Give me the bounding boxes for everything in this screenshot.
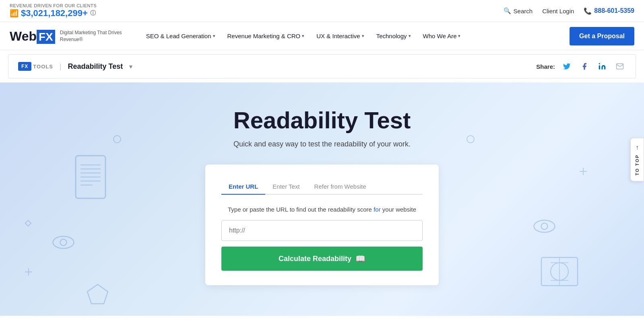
share-label: Share: bbox=[536, 63, 555, 70]
search-link[interactable]: 🔍 Search bbox=[504, 7, 533, 14]
chevron-down-icon: ▾ bbox=[302, 33, 304, 39]
search-icon: 🔍 bbox=[504, 7, 511, 14]
nav-item-who-label: Who We Are bbox=[423, 33, 457, 39]
to-top-button[interactable]: ↑ TO TOP bbox=[630, 138, 644, 181]
twitter-share-button[interactable] bbox=[561, 60, 573, 72]
hero-title: Readability Test bbox=[233, 107, 411, 134]
revenue-label: REVENUE DRIVEN FOR OUR CLIENTS bbox=[10, 3, 97, 8]
svg-point-16 bbox=[541, 223, 548, 230]
tab-refer-website[interactable]: Refer from Website bbox=[307, 179, 374, 194]
chevron-down-icon: ▾ bbox=[458, 33, 460, 39]
bar-chart-icon: 📶 bbox=[10, 9, 19, 18]
nav-item-seo-label: SEO & Lead Generation bbox=[146, 33, 211, 39]
plus-left-bg-icon bbox=[24, 268, 33, 278]
revenue-value: $3,021,182,299+ bbox=[21, 8, 88, 19]
tools-chevron-icon[interactable]: ▾ bbox=[129, 63, 132, 70]
tool-card: Enter URL Enter Text Refer from Website … bbox=[205, 165, 439, 285]
tab-row: Enter URL Enter Text Refer from Website bbox=[221, 179, 423, 195]
card-description: Type or paste the URL to find out the re… bbox=[221, 206, 423, 213]
readability-test-title: Readability Test bbox=[68, 62, 123, 71]
svg-point-0 bbox=[599, 63, 600, 64]
top-bar-right: 🔍 Search Client Login 📞 888-601-5359 bbox=[504, 7, 634, 15]
nav-item-ux[interactable]: UX & Interactive ▾ bbox=[311, 29, 369, 43]
plus-right-bg-icon bbox=[579, 167, 588, 177]
logo-area: WebFX Digital Marketing That Drives Reve… bbox=[10, 29, 124, 43]
url-input[interactable] bbox=[221, 220, 423, 241]
tab-enter-text[interactable]: Enter Text bbox=[265, 179, 307, 194]
revenue-section: REVENUE DRIVEN FOR OUR CLIENTS 📶 $3,021,… bbox=[10, 3, 97, 19]
svg-point-8 bbox=[53, 237, 74, 249]
chevron-down-icon: ▾ bbox=[362, 33, 364, 39]
svg-rect-12 bbox=[25, 220, 31, 226]
phone-icon: 📞 bbox=[584, 7, 592, 15]
top-bar: REVENUE DRIVEN FOR OUR CLIENTS 📶 $3,021,… bbox=[0, 0, 644, 22]
tools-label: TOOLS bbox=[33, 64, 53, 70]
diamond-bg-icon bbox=[24, 219, 32, 229]
chevron-down-icon: ▾ bbox=[409, 33, 411, 39]
arrow-up-icon: ↑ bbox=[636, 144, 639, 151]
search-label: Search bbox=[514, 8, 533, 14]
nav-item-tech-label: Technology bbox=[376, 33, 407, 39]
circle-top-left-bg-icon bbox=[113, 135, 122, 145]
nav-bar: WebFX Digital Marketing That Drives Reve… bbox=[0, 22, 644, 50]
logo-tagline: Digital Marketing That Drives Revenue® bbox=[60, 29, 124, 43]
hero-section: Readability Test Quick and easy way to t… bbox=[0, 82, 644, 316]
email-share-button[interactable] bbox=[614, 60, 626, 72]
circle-right-bg-icon bbox=[466, 135, 475, 145]
logo-web: Web bbox=[10, 29, 37, 43]
nav-item-tech[interactable]: Technology ▾ bbox=[371, 29, 417, 43]
revenue-amount-row: 📶 $3,021,182,299+ ⓘ bbox=[10, 8, 97, 19]
svg-point-15 bbox=[534, 220, 555, 233]
calculate-readability-button[interactable]: Calculate Readability 📖 bbox=[221, 247, 423, 271]
nav-item-revenue-label: Revenue Marketing & CRO bbox=[227, 33, 301, 39]
svg-point-11 bbox=[114, 136, 121, 143]
fx-badge: FX bbox=[18, 62, 31, 71]
get-proposal-button[interactable]: Get a Proposal bbox=[570, 27, 634, 45]
hero-subtitle: Quick and easy way to test the readabili… bbox=[233, 140, 411, 148]
nav-item-revenue[interactable]: Revenue Marketing & CRO ▾ bbox=[222, 29, 310, 43]
svg-point-9 bbox=[60, 239, 67, 246]
phone-link[interactable]: 📞 888-601-5359 bbox=[584, 7, 634, 15]
pentagon-bg-icon bbox=[87, 284, 109, 306]
eye-right-bg-icon bbox=[533, 219, 555, 235]
calc-button-label: Calculate Readability bbox=[279, 255, 351, 263]
nav-item-who[interactable]: Who We Are ▾ bbox=[417, 29, 466, 43]
svg-marker-10 bbox=[87, 284, 108, 304]
info-icon[interactable]: ⓘ bbox=[90, 10, 96, 17]
tools-bar-left: FX TOOLS | Readability Test ▾ bbox=[18, 62, 132, 71]
nav-item-seo[interactable]: SEO & Lead Generation ▾ bbox=[140, 29, 221, 43]
eye-left-bg-icon bbox=[52, 235, 74, 251]
logo[interactable]: WebFX bbox=[10, 30, 55, 43]
tablet-bg-icon bbox=[72, 155, 109, 199]
to-top-label: TO TOP bbox=[635, 154, 640, 175]
book-icon: 📖 bbox=[355, 254, 365, 263]
nav-links: SEO & Lead Generation ▾ Revenue Marketin… bbox=[140, 29, 570, 43]
book-right-bg-icon bbox=[539, 255, 580, 289]
chevron-down-icon: ▾ bbox=[213, 33, 215, 39]
phone-number: 888-601-5359 bbox=[594, 7, 634, 14]
tab-enter-url[interactable]: Enter URL bbox=[221, 179, 265, 194]
client-login-link[interactable]: Client Login bbox=[542, 8, 574, 14]
nav-item-ux-label: UX & Interactive bbox=[316, 33, 360, 39]
facebook-share-button[interactable] bbox=[578, 60, 590, 72]
tools-bar: FX TOOLS | Readability Test ▾ Share: bbox=[8, 54, 636, 78]
tools-divider: | bbox=[60, 62, 62, 71]
svg-point-22 bbox=[467, 136, 474, 143]
share-area: Share: bbox=[536, 60, 626, 72]
linkedin-share-button[interactable] bbox=[596, 60, 608, 72]
card-desc-for: for bbox=[374, 206, 381, 213]
logo-fx: FX bbox=[37, 30, 55, 44]
